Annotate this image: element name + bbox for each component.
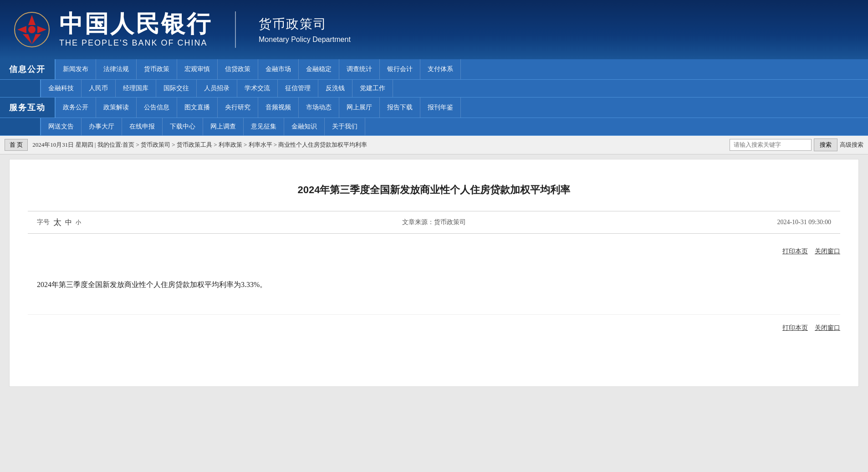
- print-bottom-link[interactable]: 打印本页: [782, 324, 808, 332]
- close-top-link[interactable]: 关闭窗口: [815, 247, 840, 256]
- nav-row3-items: 政务公开 政策解读 公告信息 图文直播 央行研究 音频视频 市场动态 网上展厅 …: [56, 97, 868, 118]
- page-header: 中国人民银行 THE PEOPLE'S BANK OF CHINA 货币政策司 …: [0, 0, 868, 59]
- nav-item-xiazai[interactable]: 下载中心: [163, 118, 203, 135]
- nav-item-yinhang[interactable]: 银行会计: [380, 59, 420, 79]
- nav-item-wangsong[interactable]: 网送文告: [41, 118, 82, 135]
- svg-marker-3: [32, 34, 41, 44]
- nav-item-jinrongzhishi[interactable]: 金融知识: [284, 118, 325, 135]
- nav-label-row4-empty: [0, 118, 41, 135]
- nav-item-xueshu[interactable]: 学术交流: [237, 80, 278, 97]
- nav-row4-items: 网送文告 办事大厅 在线申报 下载中心 网上调查 意见征集 金融知识 关于我们: [41, 118, 868, 135]
- nav-item-diaocha[interactable]: 调查统计: [339, 59, 380, 79]
- pboc-logo-icon: [14, 11, 50, 48]
- bank-name-block: 中国人民银行 THE PEOPLE'S BANK OF CHINA: [59, 12, 212, 48]
- nav-item-yijian[interactable]: 意见征集: [244, 118, 284, 135]
- nav-row2-items: 金融科技 人民币 经理国库 国际交往 人员招录 学术交流 征信管理 反洗钱 党建…: [41, 80, 868, 97]
- nav-item-jingli[interactable]: 经理国库: [116, 80, 156, 97]
- font-size-large-btn[interactable]: 太: [53, 217, 61, 228]
- nav-item-baokannian[interactable]: 报刊年鉴: [420, 97, 461, 118]
- nav-item-shichang[interactable]: 市场动态: [299, 97, 339, 118]
- nav-item-wangshang[interactable]: 网上展厅: [339, 97, 380, 118]
- nav-item-zhengxin[interactable]: 征信管理: [278, 80, 318, 97]
- font-size-small-btn[interactable]: 小: [76, 219, 81, 226]
- nav-item-wangshang-diaocha[interactable]: 网上调查: [203, 118, 244, 135]
- nav-item-faxiqian[interactable]: 反洗钱: [318, 80, 352, 97]
- dept-name-en: Monetary Policy Department: [259, 36, 351, 44]
- article-title: 2024年第三季度全国新发放商业性个人住房贷款加权平均利率: [28, 173, 840, 211]
- search-input[interactable]: [730, 139, 812, 151]
- nav-item-zhifu[interactable]: 支付体系: [420, 59, 461, 79]
- svg-marker-5: [37, 26, 46, 33]
- article-date: 2024-10-31 09:30:00: [567, 219, 831, 226]
- nav-item-hongguan[interactable]: 宏观审慎: [177, 59, 218, 79]
- nav-item-xinwen[interactable]: 新闻发布: [56, 59, 96, 79]
- svg-marker-2: [23, 34, 32, 44]
- nav-item-zhengwu[interactable]: 政务公开: [56, 97, 96, 118]
- article-text: 2024年第三季度全国新发放商业性个人住房贷款加权平均利率为3.33%。: [37, 278, 831, 292]
- nav-row-4: 网送文告 办事大厅 在线申报 下载中心 网上调查 意见征集 金融知识 关于我们: [0, 118, 868, 136]
- nav-item-renminbi[interactable]: 人民币: [82, 80, 116, 97]
- bank-name-en: THE PEOPLE'S BANK OF CHINA: [59, 38, 212, 48]
- nav-label-fuwu: 服务互动: [0, 97, 56, 118]
- source-value: 货币政策司: [434, 219, 466, 226]
- search-button[interactable]: 搜索: [814, 139, 837, 151]
- breadcrumb-path: 2024年10月31日 星期四 | 我的位置:首页 > 货币政策司 > 货币政策…: [32, 141, 725, 149]
- article-source: 文章来源：货币政策司: [301, 218, 566, 226]
- nav-item-guoji[interactable]: 国际交往: [156, 80, 197, 97]
- nav-item-huobi[interactable]: 货币政策: [137, 59, 177, 79]
- nav-item-jinrong[interactable]: 金融市场: [258, 59, 299, 79]
- bank-name-cn: 中国人民银行: [59, 12, 212, 36]
- nav-label-xinxi: 信息公开: [0, 59, 56, 79]
- dept-block: 货币政策司 Monetary Policy Department: [259, 15, 351, 44]
- nav-item-jinrongkeji[interactable]: 金融科技: [41, 80, 82, 97]
- nav-row1-items: 新闻发布 法律法规 货币政策 宏观审慎 信贷政策 金融市场 金融稳定 调查统计 …: [56, 59, 868, 79]
- nav-label-row2-empty: [0, 80, 41, 97]
- font-size-label: 字号: [37, 218, 50, 226]
- nav-item-zhengce[interactable]: 政策解读: [96, 97, 137, 118]
- nav-item-guanyu[interactable]: 关于我们: [325, 118, 365, 135]
- close-bottom-link[interactable]: 关闭窗口: [815, 324, 840, 332]
- print-top-link[interactable]: 打印本页: [782, 247, 808, 256]
- article-body: 2024年第三季度全国新发放商业性个人住房贷款加权平均利率为3.33%。: [28, 265, 840, 314]
- article-meta: 字号 太 中 小 文章来源：货币政策司 2024-10-31 09:30:00: [28, 211, 840, 234]
- action-bar-bottom: 打印本页 关闭窗口: [28, 314, 840, 337]
- search-area: 搜索 高级搜索: [730, 139, 863, 151]
- nav-row-3: 服务互动 政务公开 政策解读 公告信息 图文直播 央行研究 音频视频 市场动态 …: [0, 97, 868, 118]
- nav-item-xindai[interactable]: 信贷政策: [218, 59, 258, 79]
- nav-item-renyuan[interactable]: 人员招录: [197, 80, 237, 97]
- home-button[interactable]: 首 页: [5, 139, 28, 151]
- breadcrumb-bar: 首 页 2024年10月31日 星期四 | 我的位置:首页 > 货币政策司 > …: [0, 136, 868, 154]
- nav-item-wending[interactable]: 金融稳定: [299, 59, 339, 79]
- nav-item-baogao[interactable]: 报告下载: [380, 97, 420, 118]
- header-divider: [235, 11, 236, 48]
- svg-marker-4: [17, 26, 26, 33]
- nav-item-gonggao[interactable]: 公告信息: [137, 97, 177, 118]
- nav-item-falv[interactable]: 法律法规: [96, 59, 137, 79]
- svg-point-6: [28, 26, 36, 33]
- nav-item-yinpin[interactable]: 音频视频: [258, 97, 299, 118]
- source-label: 文章来源：: [402, 219, 434, 226]
- font-size-control: 字号 太 中 小: [37, 217, 301, 228]
- action-bar-top: 打印本页 关闭窗口: [28, 243, 840, 265]
- nav-item-yanghang[interactable]: 央行研究: [218, 97, 258, 118]
- advanced-search-link[interactable]: 高级搜索: [840, 141, 863, 149]
- nav-item-banshi[interactable]: 办事大厅: [82, 118, 122, 135]
- main-content: 2024年第三季度全国新发放商业性个人住房贷款加权平均利率 字号 太 中 小 文…: [9, 159, 859, 387]
- nav-item-dangjian[interactable]: 党建工作: [352, 80, 393, 97]
- nav-item-tuwenzhibo[interactable]: 图文直播: [177, 97, 218, 118]
- dept-name-cn: 货币政策司: [259, 15, 351, 33]
- navigation: 信息公开 新闻发布 法律法规 货币政策 宏观审慎 信贷政策 金融市场 金融稳定 …: [0, 59, 868, 136]
- nav-row-2: 金融科技 人民币 经理国库 国际交往 人员招录 学术交流 征信管理 反洗钱 党建…: [0, 80, 868, 97]
- svg-marker-1: [28, 15, 36, 25]
- logo-area: 中国人民银行 THE PEOPLE'S BANK OF CHINA 货币政策司 …: [14, 11, 351, 48]
- nav-item-zaixian[interactable]: 在线申报: [122, 118, 163, 135]
- nav-row-1: 信息公开 新闻发布 法律法规 货币政策 宏观审慎 信贷政策 金融市场 金融稳定 …: [0, 59, 868, 80]
- font-size-medium-btn[interactable]: 中: [65, 218, 72, 227]
